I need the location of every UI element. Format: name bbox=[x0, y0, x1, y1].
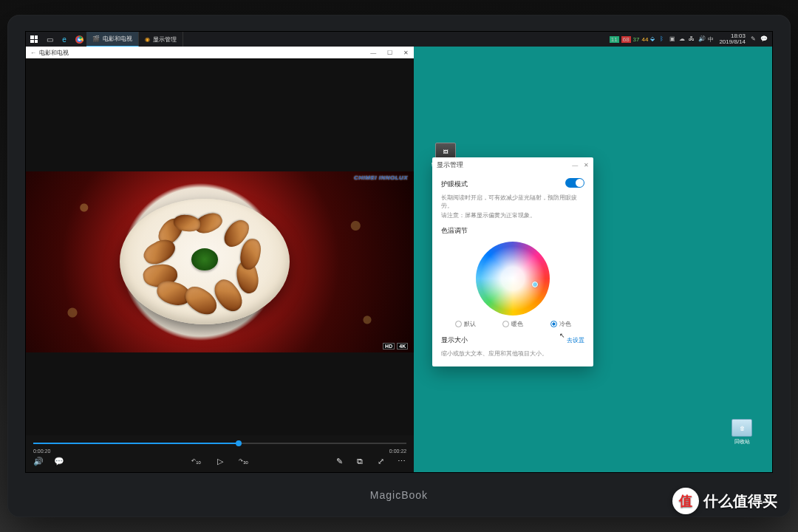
fullscreen-icon[interactable]: ⤢ bbox=[375, 457, 386, 466]
recycle-bin-icon: 🗑 bbox=[732, 419, 752, 437]
mini-view-icon[interactable]: ⧉ bbox=[355, 457, 365, 466]
tray-stat-3: 37 bbox=[633, 36, 640, 43]
volume-icon[interactable]: 🔊 bbox=[698, 35, 706, 43]
taskbar-app-movies[interactable]: 🎬 电影和电视 bbox=[86, 32, 139, 47]
player-controls: 0:00:20 0:00:22 🔊 💬 ↶10 ▷ ↷30 ✎ bbox=[26, 435, 414, 472]
system-tray: 11 68 37 44 ⬙ ᛒ ▣ ☁ 🖧 🔊 中 18:03 2019/8/1… bbox=[610, 33, 772, 45]
desktop[interactable]: 🖼 9badf806e... 🗑 回收站 显示管理 — ✕ 护眼 bbox=[414, 47, 772, 472]
eye-mode-title: 护眼模式 bbox=[441, 180, 468, 189]
display-size-desc: 缩小或放大文本、应用和其他项目大小。 bbox=[441, 350, 584, 358]
radio-default[interactable]: 默认 bbox=[455, 320, 476, 328]
laptop-brand: MagicBook bbox=[370, 489, 428, 501]
minimize-button[interactable]: — bbox=[365, 47, 381, 58]
screen: ▭ e 🎬 电影和电视 ◉ 显示管理 11 68 37 44 ⬙ ᛒ ▣ ☁ bbox=[25, 31, 773, 473]
color-wheel-handle[interactable] bbox=[532, 282, 538, 287]
cursor-icon: ↖ bbox=[559, 332, 565, 339]
film-icon: 🎬 bbox=[92, 35, 100, 42]
clock-date: 2019/8/14 bbox=[719, 39, 746, 45]
radio-warm[interactable]: 暖色 bbox=[502, 320, 523, 328]
video-frame: CHIMEI INNOLUX HD 4K bbox=[26, 171, 414, 352]
display-management-window: 显示管理 — ✕ 护眼模式 长期阅读时开启，可有效减少蓝光辐射，预防用眼疲劳。 … bbox=[432, 157, 593, 366]
tray-stat-1: 11 bbox=[610, 36, 619, 43]
video-viewport[interactable]: CHIMEI INNOLUX HD 4K bbox=[26, 58, 414, 435]
color-temp-title: 色温调节 bbox=[441, 226, 584, 236]
tray-stat-2: 68 bbox=[621, 36, 631, 43]
time-total: 0:00:22 bbox=[389, 449, 406, 454]
start-button[interactable] bbox=[26, 32, 42, 47]
popup-title: 显示管理 bbox=[437, 160, 463, 170]
seek-bar[interactable] bbox=[33, 443, 406, 444]
eye-mode-desc2: 请注意：屏幕显示偏黄为正常现象。 bbox=[441, 212, 584, 220]
recycle-label: 回收站 bbox=[725, 438, 759, 446]
taskbar-app-label: 显示管理 bbox=[153, 35, 177, 44]
garnish-graphic bbox=[191, 248, 218, 270]
cloud-icon[interactable]: ☁ bbox=[679, 35, 686, 43]
laptop-frame: ▭ e 🎬 电影和电视 ◉ 显示管理 11 68 37 44 ⬙ ᛒ ▣ ☁ bbox=[7, 15, 791, 517]
subtitles-icon[interactable]: 💬 bbox=[54, 457, 64, 466]
time-elapsed: 0:00:20 bbox=[33, 449, 50, 454]
seek-fill bbox=[33, 443, 239, 444]
eye-mode-toggle[interactable] bbox=[565, 178, 584, 188]
tray-generic-icon[interactable]: ▣ bbox=[669, 35, 677, 43]
popup-minimize-button[interactable]: — bbox=[572, 162, 578, 168]
radio-cool[interactable]: 冷色 bbox=[550, 320, 571, 328]
smzdm-text: 什么值得买 bbox=[703, 491, 777, 511]
ink-workspace-icon[interactable]: ✎ bbox=[751, 35, 758, 43]
plate-graphic bbox=[120, 199, 290, 324]
taskbar-app-display[interactable]: ◉ 显示管理 bbox=[139, 32, 183, 47]
volume-icon[interactable]: 🔊 bbox=[33, 457, 44, 466]
display-size-title: 显示大小 bbox=[441, 335, 468, 345]
color-wheel[interactable] bbox=[476, 242, 550, 316]
recycle-bin[interactable]: 🗑 回收站 bbox=[725, 419, 759, 446]
smzdm-watermark: 值 什么值得买 bbox=[672, 488, 777, 514]
display-icon: ◉ bbox=[145, 36, 150, 43]
tray-generic-icon[interactable]: ⬙ bbox=[650, 35, 658, 43]
ime-indicator[interactable]: 中 bbox=[708, 35, 714, 44]
chrome-icon[interactable] bbox=[72, 35, 86, 44]
go-settings-link[interactable]: 去设置 bbox=[567, 336, 584, 344]
taskbar-clock[interactable]: 18:03 2019/8/14 bbox=[716, 33, 748, 45]
4k-badge: 4K bbox=[397, 343, 408, 349]
window-title: 电影和电视 bbox=[39, 49, 69, 57]
edge-icon[interactable]: e bbox=[57, 35, 72, 44]
tray-stat-4: 44 bbox=[642, 36, 649, 43]
window-titlebar[interactable]: ← 电影和电视 — ☐ ✕ bbox=[26, 47, 414, 58]
video-watermark-brand: CHIMEI INNOLUX bbox=[354, 174, 408, 181]
popup-close-button[interactable]: ✕ bbox=[584, 162, 589, 168]
movies-tv-window: ← 电影和电视 — ☐ ✕ bbox=[26, 47, 414, 472]
bluetooth-icon[interactable]: ᛒ bbox=[660, 35, 667, 43]
skip-forward-button[interactable]: ↷30 bbox=[239, 458, 249, 465]
color-temp-radios: 默认 暖色 冷色 bbox=[441, 320, 584, 328]
network-icon[interactable]: 🖧 bbox=[689, 35, 696, 43]
video-watermark-res: HD 4K bbox=[383, 343, 408, 349]
edit-icon[interactable]: ✎ bbox=[334, 457, 344, 466]
maximize-button[interactable]: ☐ bbox=[381, 47, 398, 58]
hd-badge: HD bbox=[383, 343, 395, 349]
popup-titlebar[interactable]: 显示管理 — ✕ bbox=[432, 157, 593, 172]
skip-back-button[interactable]: ↶10 bbox=[191, 458, 202, 465]
notifications-icon[interactable]: 💬 bbox=[760, 35, 768, 43]
back-button[interactable]: ← bbox=[27, 50, 39, 56]
seek-thumb[interactable] bbox=[236, 440, 242, 446]
taskbar-app-label: 电影和电视 bbox=[103, 35, 132, 43]
windows-logo-icon bbox=[30, 35, 38, 43]
smzdm-badge-icon: 值 bbox=[672, 488, 699, 514]
more-icon[interactable]: ⋯ bbox=[396, 457, 406, 466]
play-button[interactable]: ▷ bbox=[215, 457, 225, 466]
close-button[interactable]: ✕ bbox=[398, 47, 414, 58]
eye-mode-desc1: 长期阅读时开启，可有效减少蓝光辐射，预防用眼疲劳。 bbox=[441, 194, 584, 210]
taskbar: ▭ e 🎬 电影和电视 ◉ 显示管理 11 68 37 44 ⬙ ᛒ ▣ ☁ bbox=[26, 32, 772, 47]
task-view-icon[interactable]: ▭ bbox=[42, 35, 57, 44]
